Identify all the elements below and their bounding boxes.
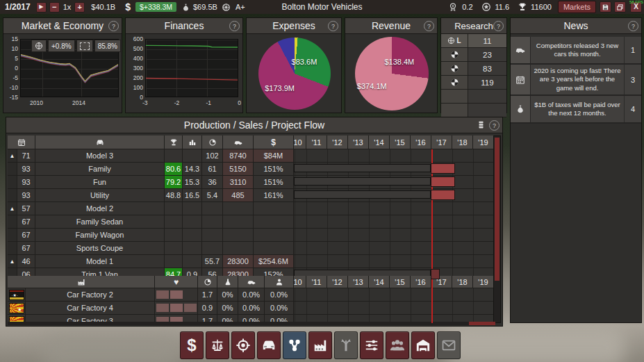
toolbar-engine-button[interactable] bbox=[283, 331, 306, 359]
star-circle-icon[interactable] bbox=[481, 2, 491, 12]
news-item[interactable]: $1B of taxes will be paid over the next … bbox=[511, 96, 641, 124]
window-button[interactable] bbox=[614, 1, 626, 13]
y-tick: 100 bbox=[126, 84, 143, 91]
horizontal-scrollbar[interactable] bbox=[8, 322, 494, 325]
toolbar-sliders-button[interactable] bbox=[360, 331, 383, 359]
y-tick: 15 bbox=[3, 35, 18, 42]
toolbar-dollar-button[interactable]: $ bbox=[180, 331, 204, 359]
dashed-box-icon[interactable] bbox=[76, 40, 93, 52]
factory-row[interactable]: ·★·Car Factory 21.70%0.0%0.0% bbox=[8, 288, 494, 302]
factory-cell: 0% bbox=[217, 302, 238, 314]
vehicle-cell bbox=[165, 215, 183, 228]
trophy-icon[interactable] bbox=[518, 2, 527, 12]
research-row[interactable]: 119 bbox=[441, 76, 506, 90]
toolbar-garage-button[interactable] bbox=[411, 331, 435, 359]
factory-cell: 0% bbox=[217, 288, 238, 301]
year-header: '17 bbox=[431, 135, 452, 149]
medal-icon[interactable] bbox=[448, 2, 458, 12]
help-icon[interactable]: ? bbox=[424, 21, 434, 31]
save-button[interactable] bbox=[600, 1, 611, 13]
vehicle-cell: 151% bbox=[254, 176, 294, 188]
vehicle-row[interactable]: 67Family Sedan bbox=[8, 215, 494, 229]
toolbar-scales-button[interactable] bbox=[206, 331, 229, 359]
index-badge: 85.8% bbox=[94, 40, 121, 52]
production-title-text: Production / Sales / Project Flow bbox=[184, 120, 324, 131]
y-tick: 300 bbox=[126, 65, 143, 72]
scrollbar-handle[interactable] bbox=[495, 138, 499, 281]
speed-up-button[interactable]: + bbox=[74, 2, 85, 13]
help-icon[interactable]: ? bbox=[628, 21, 638, 31]
vehicle-table: $'10'11'12'13'14'15'16'17'18'19▲71Model … bbox=[8, 135, 494, 281]
vehicle-cell bbox=[165, 229, 183, 241]
list-icon[interactable] bbox=[477, 120, 486, 131]
toolbar-envelope-button[interactable] bbox=[437, 331, 461, 359]
year-header: '14 bbox=[369, 276, 390, 288]
credit-rating: A+ bbox=[236, 3, 245, 11]
vehicle-cell bbox=[8, 163, 17, 175]
news-item[interactable]: Competitors released 3 new cars this mon… bbox=[511, 37, 641, 65]
play-button[interactable]: ▶ bbox=[36, 2, 47, 13]
series-liabilities-red bbox=[146, 79, 238, 81]
vehicle-cell: ▲ bbox=[8, 202, 17, 215]
vehicle-name: Fun bbox=[35, 176, 165, 188]
vehicle-row[interactable]: ▲57Model 2 bbox=[8, 202, 494, 215]
vehicle-row[interactable]: 93Utility48.816.55.4485161% bbox=[8, 189, 494, 202]
vehicle-row[interactable]: ▲46Model 155.728300$254.6M bbox=[8, 255, 494, 268]
vehicle-cell bbox=[202, 242, 223, 254]
markets-button[interactable]: Markets bbox=[558, 1, 596, 13]
help-icon[interactable]: ? bbox=[229, 21, 240, 31]
news-text: 2020 is coming up fast! There are 3 year… bbox=[531, 65, 624, 94]
news-item[interactable]: 2020 is coming up fast! There are 3 year… bbox=[511, 65, 641, 96]
help-icon[interactable]: ? bbox=[489, 120, 499, 131]
help-icon[interactable]: ? bbox=[108, 21, 119, 31]
factory-cell: 0.0% bbox=[265, 302, 294, 314]
year-header: '15 bbox=[390, 135, 411, 149]
vehicle-cell bbox=[202, 229, 223, 241]
toolbar-people-button[interactable] bbox=[386, 331, 409, 359]
vehicle-cell: 61 bbox=[202, 163, 223, 175]
toolbar-factory-button[interactable] bbox=[308, 331, 332, 359]
globe-icon[interactable] bbox=[31, 40, 47, 52]
help-icon[interactable]: ? bbox=[493, 21, 504, 31]
research-row[interactable]: L11 bbox=[441, 34, 506, 48]
speed-down-button[interactable]: − bbox=[49, 2, 60, 13]
factory-cell: 1.7 bbox=[198, 288, 217, 301]
factory-flag-cell: ·★· bbox=[8, 288, 26, 301]
research-row[interactable]: 83 bbox=[441, 62, 506, 76]
vehicle-cell bbox=[183, 255, 202, 268]
y-tick: 5 bbox=[3, 55, 18, 62]
gantt-cell bbox=[294, 149, 494, 162]
research-row[interactable] bbox=[441, 104, 506, 117]
toolbar-car-front-button[interactable] bbox=[257, 331, 281, 359]
vehicle-row[interactable]: ▲71Model 31028740$84M bbox=[8, 149, 494, 163]
speed-value: 1x bbox=[63, 3, 72, 11]
vehicle-row[interactable]: 93Family80.614.3615150151% bbox=[8, 163, 494, 176]
toolbar-target-button[interactable] bbox=[231, 331, 255, 359]
factory-row[interactable]: ★Car Factory 40.90%0.0%0.0% bbox=[8, 302, 494, 315]
scrollbar-handle[interactable] bbox=[469, 322, 495, 325]
vertical-scrollbar[interactable] bbox=[493, 135, 501, 323]
research-panel: Research ? L112383119 bbox=[440, 17, 507, 113]
gantt-cell bbox=[294, 255, 494, 268]
news-title: News ? bbox=[511, 18, 641, 34]
gantt-block bbox=[431, 190, 455, 200]
quartered-icon bbox=[441, 76, 468, 89]
car-side-icon bbox=[223, 135, 254, 149]
vehicle-row[interactable]: 67Family Wagon bbox=[8, 229, 494, 242]
vehicle-cell bbox=[223, 242, 254, 254]
vehicle-row[interactable]: 93Fun79.215.3363110151% bbox=[8, 176, 494, 189]
vehicle-cell: 79.2 bbox=[165, 176, 183, 188]
gantt-cell bbox=[294, 163, 494, 175]
news-badge: 1 bbox=[624, 37, 641, 63]
help-icon[interactable]: ? bbox=[328, 21, 338, 31]
research-row[interactable]: 23 bbox=[441, 48, 506, 62]
revenue-pie-chart bbox=[355, 37, 429, 110]
money-bag-icon bbox=[181, 3, 190, 12]
city-flag-icon: ★ bbox=[9, 303, 24, 313]
news-text: $1B of taxes will be paid over the next … bbox=[531, 96, 624, 122]
toolbar-branch-button[interactable] bbox=[334, 331, 358, 359]
research-value: 119 bbox=[468, 76, 506, 89]
research-row[interactable] bbox=[441, 90, 506, 104]
vehicle-row[interactable]: 67Sports Coupe bbox=[8, 242, 494, 255]
calendar-icon bbox=[8, 135, 35, 149]
